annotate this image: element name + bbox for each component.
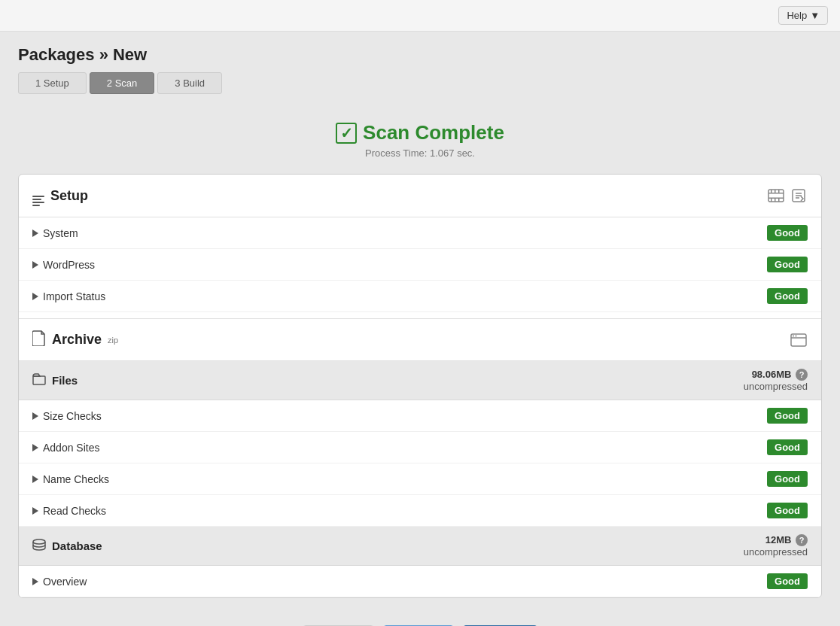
svg-point-15 [793, 335, 794, 336]
export-icon[interactable] [790, 187, 808, 205]
page-title: Packages » New [0, 32, 840, 72]
setup-row-import-status[interactable]: Import Status Good [19, 281, 821, 312]
top-bar: Help ▼ [0, 0, 840, 32]
files-row-size-checks[interactable]: Size Checks Good [19, 400, 821, 432]
svg-rect-4 [775, 190, 776, 193]
svg-rect-3 [771, 190, 772, 193]
archive-section-icons [790, 331, 808, 349]
status-badge-wordpress: Good [767, 257, 808, 272]
svg-rect-8 [778, 199, 780, 202]
files-size-info: 98.06MB ? uncompressed [744, 369, 808, 392]
status-badge-system: Good [767, 225, 808, 241]
setup-row-wordpress[interactable]: WordPress Good [19, 249, 821, 281]
status-badge-addon-sites: Good [767, 439, 808, 455]
files-row-name-checks[interactable]: Name Checks Good [19, 463, 821, 495]
files-subsection-title: Files [32, 373, 78, 387]
expand-icon [32, 229, 38, 237]
svg-point-16 [796, 335, 797, 336]
chevron-down-icon: ▼ [810, 10, 820, 21]
step-build[interactable]: 3 Build [157, 72, 222, 94]
help-button[interactable]: Help ▼ [778, 6, 828, 25]
svg-rect-5 [778, 190, 780, 193]
window-icon[interactable] [790, 331, 808, 349]
database-size-info: 12MB ? uncompressed [744, 534, 808, 558]
database-subsection-title: Database [32, 539, 102, 553]
step-scan[interactable]: 2 Scan [90, 72, 154, 94]
status-badge-size-checks: Good [767, 408, 808, 424]
svg-rect-17 [33, 376, 45, 384]
svg-rect-6 [771, 199, 772, 202]
wizard-steps: 1 Setup 2 Scan 3 Build [0, 72, 840, 109]
step-setup[interactable]: 1 Setup [18, 72, 87, 94]
database-subsection-header: Database 12MB ? uncompressed [19, 527, 821, 566]
setup-section-title: Setup [32, 185, 88, 206]
scan-complete-area: ✓ Scan Complete Process Time: 1.067 sec. [0, 109, 840, 166]
film-icon[interactable] [767, 187, 785, 205]
files-help-icon[interactable]: ? [796, 369, 808, 381]
expand-icon [32, 444, 38, 451]
list-icon [32, 185, 44, 206]
db-row-overview[interactable]: Overview Good [19, 566, 821, 597]
svg-point-18 [33, 539, 45, 544]
expand-icon [32, 412, 38, 420]
database-help-icon[interactable]: ? [796, 534, 808, 546]
status-badge-read-checks: Good [767, 503, 808, 518]
database-icon [32, 539, 46, 553]
help-label: Help [787, 10, 807, 21]
svg-rect-2 [768, 198, 784, 199]
svg-rect-1 [768, 193, 784, 194]
check-icon: ✓ [336, 123, 357, 144]
setup-section-icons [767, 187, 808, 205]
archive-section-title: Archive zip [32, 330, 118, 350]
status-badge-name-checks: Good [767, 471, 808, 487]
files-icon [32, 373, 46, 387]
scan-complete-title: ✓ Scan Complete [0, 121, 840, 144]
expand-icon [32, 293, 38, 300]
status-badge-import-status: Good [767, 288, 808, 304]
archive-section-header: Archive zip [19, 318, 821, 361]
expand-icon [32, 261, 38, 269]
bottom-actions: ◄ Back Rescan Build ► [0, 613, 840, 626]
setup-section-header: Setup [19, 175, 821, 217]
setup-row-system[interactable]: System Good [19, 217, 821, 249]
expand-icon [32, 507, 38, 515]
expand-icon [32, 476, 38, 483]
files-row-read-checks[interactable]: Read Checks Good [19, 495, 821, 527]
main-card: Setup [18, 174, 822, 598]
svg-rect-7 [775, 199, 776, 202]
file-icon [32, 330, 46, 350]
files-subsection-header: Files 98.06MB ? uncompressed [19, 361, 821, 400]
status-badge-overview: Good [767, 573, 808, 589]
process-time: Process Time: 1.067 sec. [0, 147, 840, 159]
expand-icon [32, 578, 38, 585]
files-row-addon-sites[interactable]: Addon Sites Good [19, 432, 821, 463]
